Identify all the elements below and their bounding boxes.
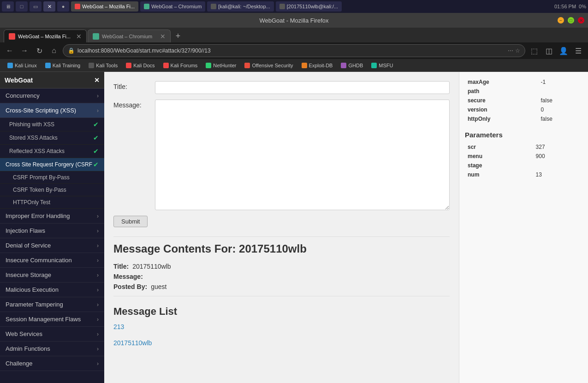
sidebar-item-csrf-token[interactable]: CSRF Token By-Pass bbox=[0, 184, 104, 196]
sidebar-item-insecure-comm[interactable]: Insecure Communication › bbox=[0, 253, 104, 268]
bookmark-ghdb[interactable]: GHDB bbox=[337, 60, 367, 71]
sidebar-item-injection[interactable]: Injection Flaws › bbox=[0, 224, 104, 238]
taskbar-icon-4[interactable]: ✕ bbox=[43, 1, 55, 12]
tab-close-firefox[interactable]: ✕ bbox=[76, 33, 82, 40]
sidebar-close-icon[interactable]: ✕ bbox=[94, 77, 100, 84]
refresh-button[interactable]: ↻ bbox=[33, 45, 45, 57]
param-scr-row: scr 327 bbox=[465, 142, 582, 152]
taskbar-tab-firefox[interactable]: WebGoat – Mozilla Fi... bbox=[71, 1, 138, 12]
kali-training-favicon bbox=[45, 63, 51, 68]
bookmark-kali-linux[interactable]: Kali Linux bbox=[4, 60, 41, 71]
avatar-button[interactable]: 👤 bbox=[558, 45, 570, 57]
cookie-maxage-key: maxAge bbox=[465, 77, 538, 87]
right-panel: maxAge -1 path secure false version 0 ht… bbox=[459, 72, 588, 383]
sidebar-section-dos-label: Denial of Service bbox=[6, 242, 51, 249]
bookmark-kali-training-label: Kali Training bbox=[53, 63, 81, 68]
sidebar-item-csrf-prompt[interactable]: CSRF Prompt By-Pass bbox=[0, 171, 104, 184]
bookmark-kali-forums[interactable]: Kali Forums bbox=[160, 60, 202, 71]
sidebar-item-httponly-label: HTTPOnly Test bbox=[13, 199, 50, 206]
chevron-right-icon-12: › bbox=[97, 360, 99, 367]
tab-close-chromium[interactable]: ✕ bbox=[160, 33, 166, 40]
taskbar-tab-terminal1[interactable]: [kali@kali: ~/Desktop... bbox=[207, 1, 273, 12]
browser-tab-webgoat-firefox[interactable]: WebGoat – Mozilla Fi... ✕ bbox=[4, 29, 87, 42]
sidebar-item-web-services[interactable]: Web Services › bbox=[0, 327, 104, 342]
sidebar-item-session-mgmt[interactable]: Session Management Flaws › bbox=[0, 312, 104, 327]
firefox-favicon bbox=[75, 4, 80, 9]
taskbar-icon-1[interactable]: 🖥 bbox=[2, 1, 14, 12]
sidebar-item-reflected-xss[interactable]: Reflected XSS Attacks ✔ bbox=[0, 145, 104, 158]
message-textarea[interactable] bbox=[155, 100, 450, 210]
browser-tab-webgoat-chromium[interactable]: WebGoat – Chromium ✕ bbox=[88, 29, 171, 42]
params-table: scr 327 menu 900 stage num 13 bbox=[465, 142, 582, 179]
sidebar-item-csrf[interactable]: Cross Site Request Forgery (CSRF ✔ bbox=[0, 158, 104, 171]
reader-icon[interactable]: ⋯ bbox=[508, 47, 513, 54]
sidebar-item-stored-xss[interactable]: Stored XSS Attacks ✔ bbox=[0, 131, 104, 145]
sidebar-item-challenge[interactable]: Challenge › bbox=[0, 356, 104, 371]
tab-favicon-chromium bbox=[93, 33, 99, 40]
message-link-username[interactable]: 20175110wlb bbox=[113, 339, 450, 347]
bookmark-kali-tools-label: Kali Tools bbox=[96, 63, 118, 68]
menu-button[interactable]: ☰ bbox=[572, 45, 584, 57]
back-button[interactable]: ← bbox=[4, 45, 16, 57]
minimize-button[interactable]: − bbox=[558, 17, 564, 24]
bookmark-exploit-db[interactable]: Exploit-DB bbox=[298, 60, 337, 71]
forward-button[interactable]: → bbox=[18, 45, 30, 57]
address-bar[interactable]: 🔒 localhost:8080/WebGoat/start.mvc#attac… bbox=[63, 44, 525, 57]
taskbar-icon-2[interactable]: □ bbox=[16, 1, 28, 12]
sidebar-item-malicious[interactable]: Malicious Execution › bbox=[0, 283, 104, 297]
message-body-field: Message: bbox=[113, 273, 450, 280]
new-tab-button[interactable]: + bbox=[172, 29, 184, 42]
sidebar-section-admin-label: Admin Functions bbox=[6, 345, 50, 352]
message-form-row: Message: bbox=[113, 100, 450, 210]
sidebar-button[interactable]: ◫ bbox=[543, 45, 555, 57]
taskbar-tab-terminal2[interactable]: [20175110wlb@kali:/... bbox=[276, 1, 342, 12]
bookmark-star-icon[interactable]: ☆ bbox=[515, 47, 520, 54]
submit-row: Submit bbox=[113, 216, 450, 227]
taskbar-icon-3[interactable]: ▭ bbox=[30, 1, 42, 12]
sidebar-item-admin[interactable]: Admin Functions › bbox=[0, 342, 104, 356]
sidebar-item-phishing[interactable]: Phishing with XSS ✔ bbox=[0, 118, 104, 131]
terminal2-favicon bbox=[279, 4, 285, 9]
taskbar-icon-5[interactable]: ● bbox=[57, 1, 69, 12]
cookie-maxage-value: -1 bbox=[538, 77, 582, 87]
extensions-button[interactable]: ⬚ bbox=[528, 45, 540, 57]
sidebar-item-dos[interactable]: Denial of Service › bbox=[0, 238, 104, 253]
kali-tools-favicon bbox=[89, 63, 94, 68]
cookie-version-row: version 0 bbox=[465, 105, 582, 114]
bookmark-nethunter[interactable]: NetHunter bbox=[202, 60, 240, 71]
message-link-213[interactable]: 213 bbox=[113, 323, 450, 330]
bookmark-offensive-security[interactable]: Offensive Security bbox=[241, 60, 297, 71]
terminal1-favicon bbox=[211, 4, 216, 9]
bookmark-msfu[interactable]: MSFU bbox=[368, 60, 397, 71]
cookie-version-value: 0 bbox=[538, 105, 582, 114]
taskbar-tab-chromium[interactable]: WebGoat – Chromium bbox=[140, 1, 205, 12]
home-button[interactable]: ⌂ bbox=[48, 45, 60, 57]
bookmark-kali-tools[interactable]: Kali Tools bbox=[85, 60, 121, 71]
sidebar-item-csrf-label: Cross Site Request Forgery (CSRF bbox=[6, 161, 92, 168]
sidebar-item-httponly[interactable]: HTTPOnly Test bbox=[0, 196, 104, 209]
sidebar-item-error-handling[interactable]: Improper Error Handling › bbox=[0, 209, 104, 224]
bookmark-kali-training[interactable]: Kali Training bbox=[42, 60, 84, 71]
sidebar-section-injection-label: Injection Flaws bbox=[6, 227, 45, 234]
separator-2 bbox=[113, 296, 450, 296]
browser-chrome: WebGoat - Mozilla Firefox − □ ✕ WebGoat … bbox=[0, 13, 588, 72]
submit-button[interactable]: Submit bbox=[113, 216, 148, 227]
sidebar-section-session-mgmt-label: Session Management Flaws bbox=[6, 316, 81, 323]
sidebar-item-stored-xss-label: Stored XSS Attacks bbox=[9, 135, 58, 141]
maximize-button[interactable]: □ bbox=[568, 17, 574, 24]
tab-title-chromium: WebGoat – Chromium bbox=[102, 34, 152, 39]
sidebar-item-concurrency[interactable]: Concurrency › bbox=[0, 88, 104, 103]
close-button[interactable]: ✕ bbox=[578, 17, 584, 24]
cookie-secure-key: secure bbox=[465, 96, 538, 105]
posted-by-value: guest bbox=[151, 283, 166, 290]
title-input[interactable] bbox=[155, 81, 450, 94]
param-num-row: num 13 bbox=[465, 170, 582, 179]
sidebar-section-param-tampering-label: Parameter Tampering bbox=[6, 301, 63, 308]
cookie-table: maxAge -1 path secure false version 0 ht… bbox=[465, 77, 582, 124]
bookmark-kali-docs[interactable]: Kali Docs bbox=[122, 60, 158, 71]
sidebar-item-insecure-storage[interactable]: Insecure Storage › bbox=[0, 268, 104, 283]
sidebar-item-param-tampering[interactable]: Parameter Tampering › bbox=[0, 297, 104, 312]
sidebar-item-xss[interactable]: Cross-Site Scripting (XSS) › bbox=[0, 103, 104, 118]
chevron-right-icon-5: › bbox=[97, 257, 99, 264]
message-list-heading: Message List bbox=[113, 306, 450, 318]
